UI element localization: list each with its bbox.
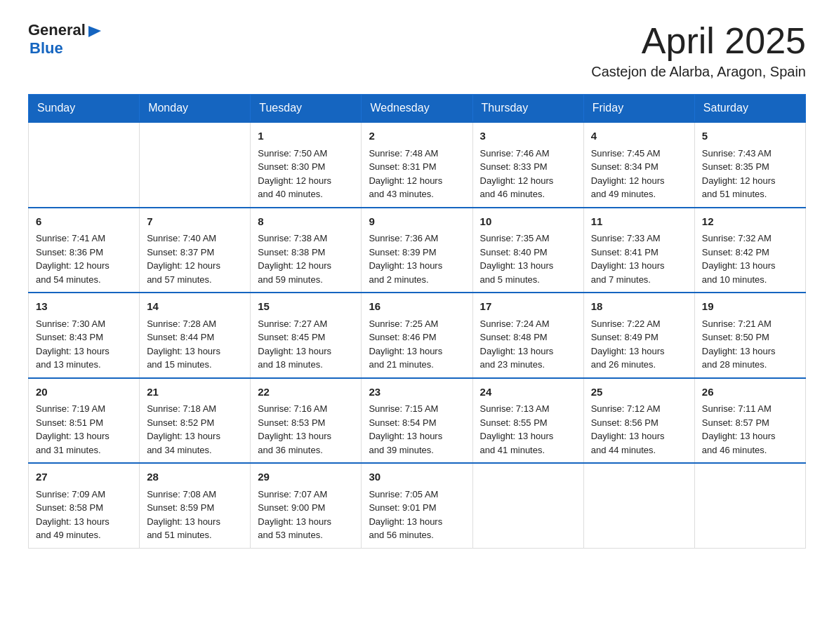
page-header: General Blue April 2025 Castejon de Alar… [28,21,806,80]
day-content: Sunrise: 7:09 AM [36,488,132,502]
day-number: 8 [258,214,354,230]
day-content: Sunset: 8:43 PM [36,330,132,344]
day-number: 20 [36,384,132,401]
day-content: Sunset: 8:59 PM [147,501,243,515]
calendar-cell: 26Sunrise: 7:11 AMSunset: 8:57 PMDayligh… [694,378,805,464]
day-content: Daylight: 13 hours [480,429,576,443]
calendar-cell: 1Sunrise: 7:50 AMSunset: 8:30 PMDaylight… [251,122,362,208]
day-number: 23 [369,384,465,401]
day-content: Sunset: 8:38 PM [258,246,354,260]
day-content: Daylight: 13 hours [702,429,798,443]
day-content: Daylight: 13 hours [147,429,243,443]
calendar-week-row: 13Sunrise: 7:30 AMSunset: 8:43 PMDayligh… [29,293,806,378]
calendar-day-header: Friday [583,95,694,123]
day-number: 30 [369,469,465,485]
day-content: and 46 minutes. [480,187,576,201]
calendar-cell [472,463,583,548]
day-content: Sunset: 8:54 PM [369,416,465,430]
calendar-day-header: Saturday [694,95,805,123]
day-content: Daylight: 12 hours [147,259,243,273]
day-content: Sunset: 8:44 PM [147,330,243,344]
day-content: and 53 minutes. [258,528,354,542]
calendar-cell: 10Sunrise: 7:35 AMSunset: 8:40 PMDayligh… [472,208,583,293]
day-content: and 43 minutes. [369,187,465,201]
calendar-cell: 29Sunrise: 7:07 AMSunset: 9:00 PMDayligh… [251,463,362,548]
day-content: Sunrise: 7:19 AM [36,402,132,416]
day-content: and 5 minutes. [480,273,576,287]
day-content: Sunrise: 7:43 AM [702,147,798,161]
day-content: Daylight: 13 hours [258,344,354,358]
day-number: 6 [36,214,132,230]
day-content: Sunset: 9:00 PM [258,501,354,515]
day-content: and 40 minutes. [258,187,354,201]
day-content: and 57 minutes. [147,273,243,287]
day-content: Daylight: 13 hours [36,515,132,529]
calendar-cell: 23Sunrise: 7:15 AMSunset: 8:54 PMDayligh… [362,378,472,464]
day-content: Daylight: 12 hours [369,174,465,188]
day-content: Daylight: 12 hours [480,174,576,188]
calendar-day-header: Monday [140,95,251,123]
day-content: Daylight: 13 hours [147,344,243,358]
day-content: Daylight: 13 hours [480,259,576,273]
calendar-cell: 15Sunrise: 7:27 AMSunset: 8:45 PMDayligh… [251,293,362,378]
day-number: 14 [147,299,243,315]
day-content: Sunrise: 7:18 AM [147,402,243,416]
day-content: and 44 minutes. [591,443,687,457]
calendar-cell: 14Sunrise: 7:28 AMSunset: 8:44 PMDayligh… [140,293,251,378]
day-content: and 15 minutes. [147,358,243,372]
day-content: Daylight: 13 hours [36,344,132,358]
day-content: Daylight: 13 hours [702,259,798,273]
calendar-cell [140,122,251,208]
day-number: 12 [702,214,798,230]
day-content: Sunset: 8:45 PM [258,330,354,344]
calendar-day-header: Wednesday [362,95,472,123]
day-content: Sunset: 8:36 PM [36,246,132,260]
day-content: Sunset: 8:46 PM [369,330,465,344]
day-content: Sunrise: 7:28 AM [147,317,243,331]
day-content: Sunset: 8:30 PM [258,160,354,174]
day-content: Sunrise: 7:16 AM [258,402,354,416]
day-number: 11 [591,214,687,230]
day-content: Daylight: 13 hours [369,429,465,443]
day-content: Daylight: 13 hours [369,344,465,358]
calendar-cell: 6Sunrise: 7:41 AMSunset: 8:36 PMDaylight… [29,208,140,293]
day-number: 2 [369,128,465,145]
day-number: 22 [258,384,354,401]
day-content: and 21 minutes. [369,358,465,372]
day-content: Sunrise: 7:46 AM [480,147,576,161]
day-content: and 41 minutes. [480,443,576,457]
day-content: Sunrise: 7:41 AM [36,232,132,246]
day-content: and 51 minutes. [702,187,798,201]
calendar-week-row: 27Sunrise: 7:09 AMSunset: 8:58 PMDayligh… [29,463,806,548]
day-content: Sunset: 8:51 PM [36,416,132,430]
day-number: 9 [369,214,465,230]
day-number: 29 [258,469,354,485]
day-content: Daylight: 12 hours [258,259,354,273]
day-content: Daylight: 13 hours [369,515,465,529]
day-number: 13 [36,299,132,315]
day-content: and 28 minutes. [702,358,798,372]
calendar-cell [583,463,694,548]
calendar-cell: 16Sunrise: 7:25 AMSunset: 8:46 PMDayligh… [362,293,472,378]
logo-arrow-icon [87,23,102,39]
day-content: Sunrise: 7:33 AM [591,232,687,246]
day-content: Sunrise: 7:36 AM [369,232,465,246]
day-content: Sunrise: 7:30 AM [36,317,132,331]
calendar-cell: 18Sunrise: 7:22 AMSunset: 8:49 PMDayligh… [583,293,694,378]
day-content: Sunrise: 7:12 AM [591,402,687,416]
calendar-day-header: Sunday [29,95,140,123]
day-content: and 34 minutes. [147,443,243,457]
day-content: Sunset: 8:33 PM [480,160,576,174]
day-content: Sunset: 8:40 PM [480,246,576,260]
day-number: 3 [480,128,576,145]
calendar-day-header: Tuesday [251,95,362,123]
calendar-cell: 19Sunrise: 7:21 AMSunset: 8:50 PMDayligh… [694,293,805,378]
day-content: Daylight: 13 hours [258,515,354,529]
calendar-cell: 22Sunrise: 7:16 AMSunset: 8:53 PMDayligh… [251,378,362,464]
day-content: Sunset: 8:48 PM [480,330,576,344]
day-content: Sunrise: 7:50 AM [258,147,354,161]
day-number: 21 [147,384,243,401]
day-content: Sunrise: 7:22 AM [591,317,687,331]
day-content: Daylight: 13 hours [702,344,798,358]
month-title: April 2025 [591,21,806,61]
